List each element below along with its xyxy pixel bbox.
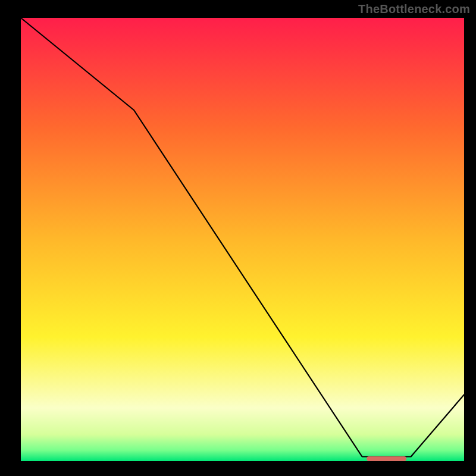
- chart-svg: [0, 0, 476, 476]
- optimal-range-marker: [367, 456, 406, 461]
- plot-area: [21, 18, 464, 461]
- chart-stage: TheBottleneck.com: [0, 0, 476, 476]
